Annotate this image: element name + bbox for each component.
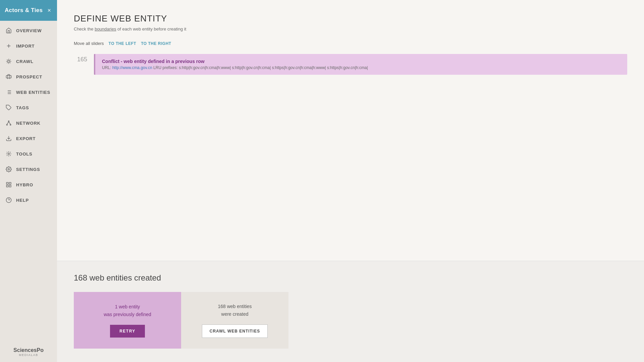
svg-line-14 — [9, 122, 10, 124]
sidebar-item-label: WEB ENTITIES — [16, 90, 50, 95]
bottom-panel: 168 web entities created 1 web entity wa… — [57, 261, 644, 362]
sidebar-header: Actors & Ties × — [0, 0, 57, 21]
slider-label: Move all sliders — [74, 41, 104, 46]
sidebar-close-button[interactable]: × — [46, 7, 52, 14]
sidebar-item-label: PROSPECT — [16, 74, 42, 79]
help-icon — [5, 197, 12, 203]
sidebar-item-import[interactable]: IMPORT — [0, 38, 57, 54]
success-count-line2: were created — [218, 310, 252, 318]
conflict-count-line2: was previously defined — [104, 311, 151, 318]
svg-point-11 — [6, 124, 7, 125]
success-card: 168 web entities were created CRAWL WEB … — [181, 292, 288, 349]
conflict-url-link[interactable]: http://www.cma.gov.cn — [112, 65, 152, 70]
sidebar-item-label: HYBRO — [16, 182, 33, 187]
conflict-title-rest: - web entity defined in a previous row — [119, 59, 205, 64]
network-icon — [5, 120, 12, 126]
sidebar-item-help[interactable]: HELP — [0, 192, 57, 208]
entities-created-title: 168 web entities created — [74, 273, 627, 283]
gear-icon — [5, 166, 12, 173]
conflict-row: 165 Conflict - web entity defined in a p… — [74, 54, 627, 75]
sidebar-item-hybro[interactable]: HYBRO — [0, 177, 57, 192]
export-icon — [5, 135, 12, 142]
sidebar-item-network[interactable]: NETWORK — [0, 115, 57, 131]
sidebar-item-label: TOOLS — [16, 152, 33, 157]
plus-icon — [5, 43, 12, 49]
page-subtitle: Check the boundaries of each web entity … — [74, 26, 627, 32]
sidebar-item-settings[interactable]: SETTINGS — [0, 162, 57, 177]
sidebar-item-export[interactable]: EXPORT — [0, 131, 57, 146]
svg-point-25 — [8, 169, 10, 170]
svg-point-16 — [8, 153, 10, 155]
sidebar-item-tags[interactable]: TAGS — [0, 100, 57, 115]
conflict-card: 1 web entity was previously defined RETR… — [74, 292, 181, 349]
svg-point-10 — [8, 121, 9, 122]
tag-icon — [5, 104, 12, 111]
conflict-count-line1: 1 web entity — [104, 303, 151, 310]
row-number: 165 — [74, 54, 87, 63]
sidebar-item-label: NETWORK — [16, 121, 41, 126]
url-label: URL: — [102, 65, 111, 70]
prospect-icon — [5, 73, 12, 80]
conflict-title: Conflict - web entity defined in a previ… — [102, 59, 621, 64]
svg-rect-26 — [6, 182, 8, 184]
svg-line-19 — [7, 152, 7, 153]
conflict-box: Conflict - web entity defined in a previ… — [94, 54, 627, 75]
brand-name: SciencesPo — [5, 347, 52, 353]
retry-button[interactable]: RETRY — [110, 325, 145, 338]
brand-sub: MEDIALAB — [5, 353, 52, 357]
sidebar-item-prospect[interactable]: PROSPECT — [0, 69, 57, 84]
sidebar-item-label: EXPORT — [16, 136, 36, 141]
crawl-web-entities-button[interactable]: CRAWL WEB ENTITIES — [202, 324, 268, 338]
sidebar-item-label: TAGS — [16, 105, 29, 110]
sidebar-item-label: IMPORT — [16, 44, 35, 49]
result-cards: 1 web entity was previously defined RETR… — [74, 292, 288, 349]
svg-rect-29 — [9, 185, 11, 187]
page-title: DEFINE WEB ENTITY — [74, 13, 627, 24]
list-icon — [5, 89, 12, 96]
home-icon — [5, 27, 12, 34]
main-top-section: DEFINE WEB ENTITY Check the boundaries o… — [57, 0, 644, 261]
hybro-icon — [5, 181, 12, 188]
svg-line-20 — [10, 155, 11, 156]
sidebar: Actors & Ties × OVERVIEW IMPORT CRAWL — [0, 0, 57, 362]
svg-rect-27 — [9, 182, 11, 184]
success-count-line1: 168 web entities — [218, 303, 252, 310]
svg-line-24 — [10, 152, 11, 153]
tools-icon — [5, 150, 12, 157]
svg-rect-28 — [6, 185, 8, 187]
sidebar-item-crawl[interactable]: CRAWL — [0, 54, 57, 69]
to-left-button[interactable]: TO THE LEFT — [109, 41, 137, 46]
sidebar-item-label: CRAWL — [16, 59, 34, 64]
conflict-card-text: 1 web entity was previously defined — [104, 303, 151, 318]
sidebar-item-label: OVERVIEW — [16, 28, 42, 33]
subtitle-pre: Check the — [74, 26, 95, 32]
svg-line-23 — [7, 155, 7, 156]
slider-controls: Move all sliders TO THE LEFT TO THE RIGH… — [74, 41, 627, 46]
sidebar-title: Actors & Ties — [5, 7, 43, 14]
sidebar-item-tools[interactable]: TOOLS — [0, 146, 57, 162]
subtitle-link: boundaries — [95, 26, 116, 32]
success-card-text: 168 web entities were created — [218, 303, 252, 318]
main-content: DEFINE WEB ENTITY Check the boundaries o… — [57, 0, 644, 362]
subtitle-post: of each web entity before creating it — [116, 26, 186, 32]
conflict-url-line: URL: http://www.cma.gov.cn LRU prefixes:… — [102, 65, 621, 70]
lru-text: LRU prefixes: s:http|h:gov.cn|h:cma|h:ww… — [152, 65, 368, 70]
svg-line-13 — [7, 122, 9, 124]
to-right-button[interactable]: TO THE RIGHT — [141, 41, 171, 46]
conflict-word: Conflict — [102, 59, 119, 64]
sidebar-item-overview[interactable]: OVERVIEW — [0, 23, 57, 38]
sidebar-item-label: SETTINGS — [16, 167, 40, 172]
sidebar-nav: OVERVIEW IMPORT CRAWL PROSPECT WEB ENTIT — [0, 21, 57, 342]
sidebar-item-web-entities[interactable]: WEB ENTITIES — [0, 84, 57, 100]
svg-point-12 — [10, 124, 11, 125]
sidebar-footer: SciencesPo MEDIALAB — [0, 342, 57, 362]
sidebar-item-label: HELP — [16, 198, 29, 203]
crawl-icon — [5, 58, 12, 65]
svg-point-2 — [8, 60, 10, 62]
